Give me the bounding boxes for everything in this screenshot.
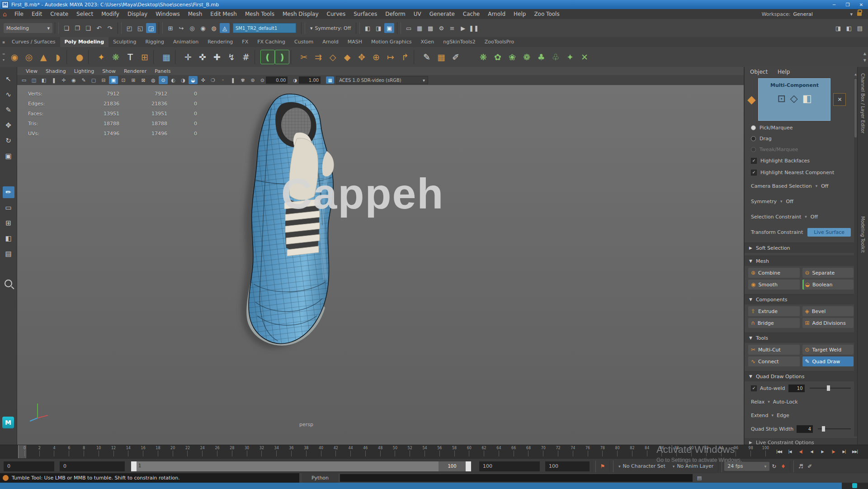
film-gate-icon[interactable]: ⊟ <box>99 76 108 84</box>
playback-end-field[interactable]: 100 <box>479 461 540 471</box>
bevel-button[interactable]: ◈Bevel <box>802 306 854 316</box>
quad-patch-icon[interactable]: ▦ <box>434 50 448 64</box>
step-back-key-button[interactable]: ◀| <box>796 446 806 456</box>
playback-start-field[interactable]: 0 <box>60 461 125 471</box>
shelf-icon[interactable] <box>255 50 259 64</box>
zoo-star-icon[interactable]: ✦ <box>563 50 577 64</box>
select-object-icon[interactable]: ◱ <box>135 23 145 33</box>
zoo-flower-icon[interactable]: ✿ <box>491 50 505 64</box>
measure-icon[interactable]: ↯ <box>225 50 238 64</box>
add-divisions-button[interactable]: ⊞Add Divisions <box>802 318 854 328</box>
shelf-scroll-down-icon[interactable]: ▼ <box>863 58 866 62</box>
save-scene-icon[interactable]: ❑ <box>83 23 93 33</box>
snap-curve-icon[interactable]: ↪ <box>176 23 186 33</box>
workspace-selector[interactable]: Workspace: General ▾ <box>762 11 868 17</box>
pencil-curve-icon[interactable]: ✎ <box>420 50 434 64</box>
timeline-tick[interactable]: 66 <box>506 446 521 458</box>
command-language-toggle[interactable]: Python <box>302 473 338 483</box>
input-field[interactable]: SM1_TR2_default1 <box>233 23 296 33</box>
paint-effects-icon[interactable]: ❋ <box>109 50 123 64</box>
open-scene-icon[interactable]: ❐ <box>72 23 82 33</box>
layout-persp-graph-icon[interactable]: ▤ <box>3 248 14 260</box>
title-bar[interactable]: M First_B.mb* - Autodesk MAYA 2023: C:\U… <box>0 0 868 9</box>
loop-icon[interactable]: ↻ <box>769 463 778 470</box>
timeline-tick[interactable]: 64 <box>491 446 506 458</box>
soft-selection-section[interactable]: ▶ Soft Selection <box>745 242 857 253</box>
timeline-tick[interactable]: 12 <box>106 446 121 458</box>
gate-mask-icon[interactable]: ⊡ <box>119 76 128 84</box>
timeline-tick[interactable]: 20 <box>165 446 180 458</box>
shelf-tab[interactable]: Sculpting <box>108 37 141 47</box>
wedge-icon[interactable]: ↦ <box>384 50 397 64</box>
auto-weld-slider[interactable] <box>810 385 851 391</box>
combine-shelf-icon[interactable]: ⊕ <box>369 50 383 64</box>
depth-of-field-icon[interactable]: ⊛ <box>248 76 257 84</box>
audio-icon[interactable]: ♬ <box>796 463 805 470</box>
viewport-canvas[interactable]: Verts: 7912 7912 0 Edges: 21836 21836 0 … <box>17 85 744 445</box>
radio-option[interactable]: Drag <box>745 133 857 144</box>
timeline-tick[interactable]: 38 <box>299 446 314 458</box>
layout-four-pane-icon[interactable]: ⊞ <box>3 217 14 229</box>
auto-key-icon[interactable]: ♦ <box>778 463 788 470</box>
range-slider[interactable]: 1 100 <box>131 461 471 471</box>
shaded-icon[interactable]: ◐ <box>169 76 178 84</box>
shelf-icon[interactable] <box>175 50 179 64</box>
shelf-tab[interactable]: Curves / Surfaces <box>7 37 60 47</box>
timeline-tick[interactable]: 58 <box>447 446 462 458</box>
timeline-tick[interactable]: 28 <box>225 446 240 458</box>
render-current-frame-icon[interactable]: ▦ <box>415 23 425 33</box>
menu-item[interactable]: Help <box>509 9 530 19</box>
tool-settings-toggle-icon[interactable]: ◧ <box>844 23 854 33</box>
display-layers-icon[interactable]: ≡ <box>447 23 457 33</box>
sweep-mesh-icon[interactable]: ✦ <box>94 50 108 64</box>
shadows-icon[interactable]: ✜ <box>198 76 208 84</box>
axis-tool-icon[interactable]: ✚ <box>210 50 224 64</box>
symmetrize-icon[interactable]: ✥ <box>355 50 368 64</box>
timeline-tick[interactable]: 74 <box>566 446 580 458</box>
boolean-button[interactable]: ◒Boolean <box>802 280 854 290</box>
timeline-tick[interactable]: 26 <box>210 446 225 458</box>
divider[interactable] <box>159 22 163 34</box>
quad-strip-width-slider[interactable] <box>818 426 851 432</box>
zoo-tree-icon[interactable]: ❋ <box>476 50 490 64</box>
object-mode-icon[interactable]: ◆ <box>747 93 755 106</box>
timeline-tick[interactable]: 10 <box>91 446 106 458</box>
lock-camera-icon[interactable]: ◫ <box>29 76 38 84</box>
range-end-handle[interactable] <box>466 461 471 471</box>
menu-item[interactable]: Display <box>123 9 151 19</box>
layout-single-pane-icon[interactable]: ▭ <box>3 202 14 214</box>
shoe-model[interactable] <box>228 90 357 354</box>
duplicate-edges-icon[interactable]: ⇉ <box>311 50 325 64</box>
separator-icon[interactable]: ❚ <box>228 76 237 84</box>
vertical-scrollbar[interactable] <box>854 78 857 437</box>
resolution-gate-icon[interactable]: ▣ <box>109 76 118 84</box>
shelf-tab[interactable]: Rendering <box>203 37 237 47</box>
ipr-render-icon[interactable]: ▩ <box>425 23 435 33</box>
open-render-view-icon[interactable]: ▭ <box>404 23 414 33</box>
timeline-tick[interactable]: 76 <box>580 446 595 458</box>
shelf-icon[interactable] <box>88 50 93 64</box>
auto-weld-field[interactable]: 10 <box>788 385 805 392</box>
go-to-end-button[interactable]: ▶▶| <box>850 446 860 456</box>
safe-action-icon[interactable]: ⊠ <box>139 76 148 84</box>
timeline-tick[interactable]: 80 <box>610 446 625 458</box>
type-tool-icon[interactable]: T <box>123 50 137 64</box>
lock-icon[interactable] <box>857 12 862 16</box>
timeline-tick[interactable]: 52 <box>402 446 417 458</box>
poly-sphere-icon[interactable]: ◉ <box>8 50 21 64</box>
timeline-tick[interactable]: 88 <box>669 446 684 458</box>
select-tool-icon[interactable]: ↖ <box>3 73 14 85</box>
screen-space-ao-icon[interactable]: ❍ <box>208 76 217 84</box>
snap-together-icon[interactable]: ✜ <box>196 50 209 64</box>
target-weld-button[interactable]: ⊙Target Weld <box>802 345 854 355</box>
menu-item[interactable]: Arnold <box>484 9 509 19</box>
range-start-handle[interactable] <box>131 461 137 471</box>
step-back-frame-button[interactable]: |◀ <box>785 446 795 456</box>
menu-item[interactable]: Cache <box>459 9 484 19</box>
timeline-tick[interactable]: 48 <box>373 446 388 458</box>
gamma-icon[interactable]: ◑ <box>293 78 297 83</box>
menu-item[interactable]: Mesh Tools <box>241 9 278 19</box>
maximize-button[interactable]: ❐ <box>841 0 854 9</box>
shelf-menu-icon[interactable]: ≡ <box>2 52 5 56</box>
grid-tool-icon[interactable]: # <box>239 50 253 64</box>
